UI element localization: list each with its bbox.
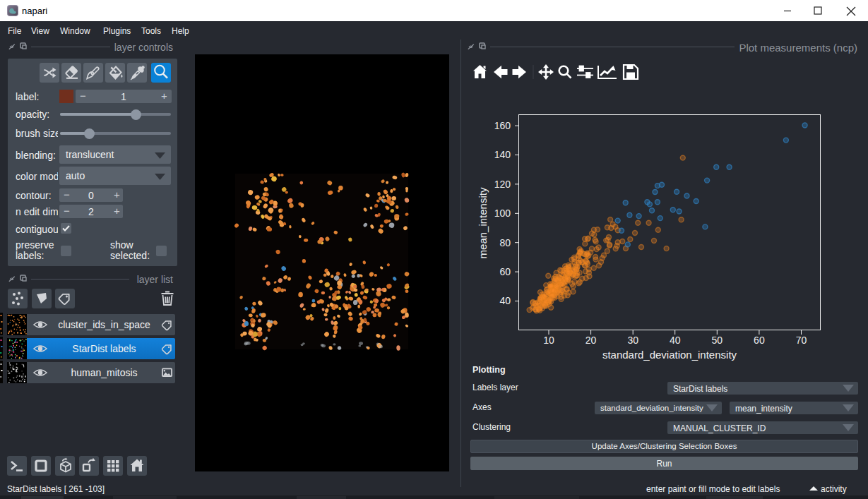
svg-text:50: 50 xyxy=(712,335,723,346)
svg-text:10: 10 xyxy=(543,335,554,346)
svg-text:40: 40 xyxy=(499,295,511,306)
svg-text:mean_intensity: mean_intensity xyxy=(477,187,489,258)
svg-text:160: 160 xyxy=(494,120,511,131)
svg-text:40: 40 xyxy=(670,335,681,346)
svg-text:120: 120 xyxy=(494,179,511,190)
svg-text:60: 60 xyxy=(499,266,511,277)
svg-text:80: 80 xyxy=(499,237,511,248)
svg-text:standard_deviation_intensity: standard_deviation_intensity xyxy=(602,349,737,361)
svg-text:140: 140 xyxy=(494,149,511,160)
svg-text:30: 30 xyxy=(627,335,638,346)
svg-text:100: 100 xyxy=(494,208,511,219)
svg-text:20: 20 xyxy=(585,335,597,346)
svg-text:70: 70 xyxy=(796,335,807,346)
svg-text:60: 60 xyxy=(754,335,765,346)
